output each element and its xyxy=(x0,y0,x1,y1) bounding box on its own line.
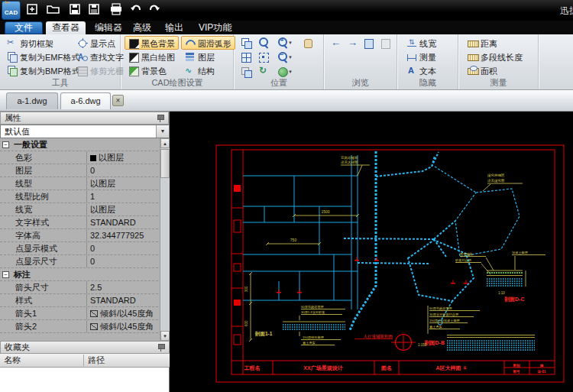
open-file-button[interactable] xyxy=(44,2,63,18)
column-path[interactable]: 路径 xyxy=(88,355,105,366)
undo-button[interactable] xyxy=(127,2,145,18)
measure-toggle[interactable]: 测量 xyxy=(403,50,440,63)
property-row-pointmode[interactable]: 点显示模式0 xyxy=(0,242,170,255)
plan-grid-lines xyxy=(243,155,358,309)
send-window-button[interactable] xyxy=(241,66,254,78)
section-dimension[interactable]: −标注 xyxy=(0,268,170,281)
zoom-in-button[interactable]: +▼ xyxy=(277,37,290,49)
tb-cell: 详-01 xyxy=(536,370,546,374)
ribbon-item-label: 文本 xyxy=(419,66,436,76)
redo-button[interactable] xyxy=(145,2,163,18)
preset-dropdown[interactable]: 默认值▼ xyxy=(0,125,170,138)
property-label: 箭头2 xyxy=(15,320,84,332)
dropdown-arrow-icon[interactable]: ▼ xyxy=(288,40,293,45)
ribbon-item-label: 剪切框架 xyxy=(20,39,53,48)
raster-icon xyxy=(77,66,88,76)
pan-button[interactable] xyxy=(302,37,315,49)
menu-tab-output[interactable]: 输出 xyxy=(159,21,189,34)
area-button[interactable]: 面积 xyxy=(464,63,526,77)
return-view-button[interactable] xyxy=(363,37,376,50)
show-points-button[interactable]: 显示点 xyxy=(73,36,128,50)
scrollbar-thumb[interactable] xyxy=(160,149,170,178)
column-name[interactable]: 名称 xyxy=(4,355,21,366)
smooth-arc-toggle[interactable]: 圆滑弧形 xyxy=(181,36,235,50)
tile-windows-button[interactable] xyxy=(241,51,254,63)
zoom-window-button[interactable] xyxy=(257,37,270,49)
line-width-toggle[interactable]: 线宽 xyxy=(403,36,440,50)
browse-forward-button[interactable]: → xyxy=(346,37,359,50)
regenerate-button[interactable] xyxy=(257,66,270,78)
property-row-color[interactable]: 色彩以图层 xyxy=(0,151,170,164)
properties-title: 属性 xyxy=(5,113,21,122)
oblique-arrow-icon xyxy=(90,323,98,330)
find-text-button[interactable]: 查找文字 xyxy=(73,50,128,63)
layer-note: 150厚C15混凝土垫层 xyxy=(429,319,461,322)
background-color-button[interactable]: 背景色 xyxy=(125,63,179,77)
property-row-ltscale[interactable]: 线型比例1 xyxy=(0,190,170,203)
pin-icon[interactable] xyxy=(157,115,163,122)
structure-button[interactable]: 结构 xyxy=(181,63,235,77)
text-toggle[interactable]: 文本 xyxy=(403,63,440,77)
property-row-textheight[interactable]: 字体高32.344777925 xyxy=(0,229,170,242)
save-as-button[interactable] xyxy=(86,2,104,18)
distance-button[interactable]: 距离 xyxy=(464,36,526,50)
property-row-linetype[interactable]: 线型以图层 xyxy=(0,177,170,190)
ribbon-group-label: CAD绘图设置 xyxy=(121,77,233,89)
polyline-length-button[interactable]: 多段线长度 xyxy=(464,50,526,63)
copy-as-emf-button[interactable]: 复制为EMF格式 xyxy=(3,50,84,63)
line-width-icon xyxy=(406,38,417,48)
properties-header: 属性 xyxy=(0,112,169,125)
zoom-out-button[interactable]: −▼ xyxy=(277,51,290,63)
pin-icon[interactable] xyxy=(157,344,164,352)
property-row-pointsize[interactable]: 点显示尺寸0 xyxy=(0,255,170,268)
property-label: 文字样式 xyxy=(15,216,84,228)
chevron-down-icon[interactable]: ▼ xyxy=(156,125,169,138)
cascade-windows-button[interactable] xyxy=(241,37,254,49)
new-file-button[interactable] xyxy=(23,2,41,18)
menu-tab-vip[interactable]: VIP功能 xyxy=(193,21,238,34)
section-general[interactable]: −一般设置 xyxy=(0,138,170,151)
file-menu-button[interactable]: 文件 xyxy=(5,21,43,34)
save-button[interactable] xyxy=(66,2,84,18)
dropdown-arrow-icon[interactable]: ▼ xyxy=(288,55,293,60)
menu-tab-editor[interactable]: 编辑器 xyxy=(89,21,128,34)
property-row-arrowsize[interactable]: 箭头尺寸2.5 xyxy=(0,281,170,294)
menu-tab-viewer[interactable]: 查看器 xyxy=(46,21,86,34)
collapse-icon[interactable]: − xyxy=(2,141,9,148)
cad-drawing-canvas[interactable]: 工程名 XX广场景观设计 图名 A区大样图 ① 图别 施 图号 详-01 xyxy=(170,112,573,392)
zoom-extents-button[interactable] xyxy=(257,51,270,63)
black-background-toggle[interactable]: 黑色背景 xyxy=(125,36,179,50)
cut-frame-button[interactable]: 剪切框架 xyxy=(3,36,84,50)
property-row-arrow1[interactable]: 箭头1倾斜/以45度角 xyxy=(0,307,170,320)
layer-note: 素土夯实 xyxy=(303,341,316,345)
property-row-lineweight[interactable]: 线宽以图层 xyxy=(0,203,170,216)
layers-button[interactable]: 图层 xyxy=(181,50,235,63)
menu-tab-advanced[interactable]: 高级 xyxy=(127,21,157,34)
property-row-layer[interactable]: 图层0 xyxy=(0,164,170,177)
property-label: 色彩 xyxy=(15,151,84,164)
zoom-window-icon xyxy=(258,37,269,48)
browse-back-button[interactable]: ← xyxy=(329,37,342,50)
doc-tab-a1[interactable]: a-1.dwg xyxy=(6,92,58,109)
property-label: 点显示模式 xyxy=(15,242,84,254)
drawing-name: A区大样图 ① xyxy=(436,365,468,371)
copy-as-bmp-button[interactable]: 复制为BMP格式 xyxy=(3,63,84,77)
print-button[interactable] xyxy=(107,2,125,18)
ribbon-group-label: 浏览 xyxy=(325,77,397,89)
black-white-drawing-toggle[interactable]: 黑白绘图 xyxy=(125,50,179,63)
property-row-textstyle[interactable]: 文字样式STANDARD xyxy=(0,216,170,229)
favorites-list-empty[interactable] xyxy=(0,368,169,392)
scroll-down-icon[interactable]: ▼ xyxy=(160,331,170,341)
doc-tab-a6[interactable]: a-6.dwg xyxy=(60,92,111,109)
property-row-arrow2[interactable]: 箭头2倾斜/以45度角 xyxy=(0,320,170,333)
dropdown-arrow-icon[interactable]: ▼ xyxy=(288,70,293,74)
property-scrollbar[interactable]: ▲ ▼ xyxy=(160,138,170,341)
property-value: 倾斜/以45度角 xyxy=(86,320,159,332)
property-row-dimstyle[interactable]: 样式STANDARD xyxy=(0,294,170,307)
close-tab-button[interactable]: × xyxy=(112,95,124,106)
named-views-button[interactable]: ▼ xyxy=(277,66,290,78)
copy-pages-icon xyxy=(7,66,18,76)
scroll-up-icon[interactable]: ▲ xyxy=(160,138,170,148)
layers-icon xyxy=(185,52,196,62)
collapse-icon[interactable]: − xyxy=(2,271,9,278)
